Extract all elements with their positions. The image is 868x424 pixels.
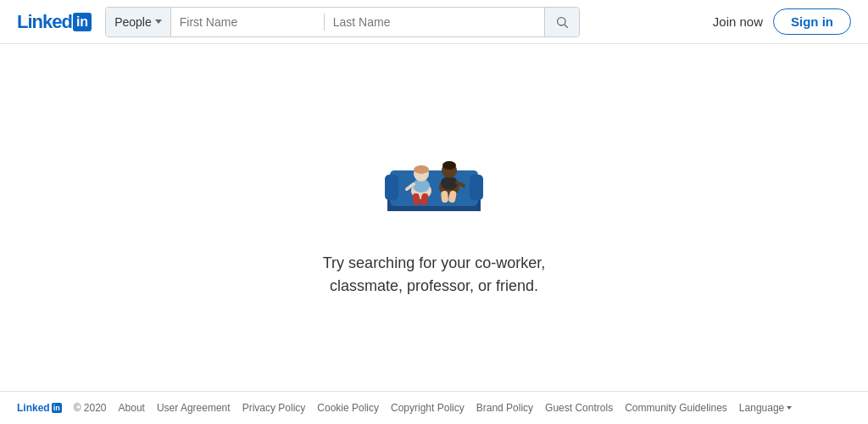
footer: Linkedin © 2020 About User Agreement Pri… [0, 391, 868, 424]
illustration [366, 121, 502, 232]
svg-rect-6 [385, 175, 398, 200]
footer-link-about[interactable]: About [119, 402, 145, 414]
footer-link-user-agreement[interactable]: User Agreement [157, 402, 231, 414]
footer-link-guest-controls[interactable]: Guest Controls [545, 402, 613, 414]
message-text: Try searching for your co-worker, classm… [323, 252, 545, 298]
svg-point-13 [414, 165, 429, 174]
footer-copyright: © 2020 [74, 402, 107, 414]
header: Linkedin People Join now Sign in [0, 0, 868, 44]
footer-link-copyright[interactable]: Copyright Policy [391, 402, 465, 414]
search-category-dropdown[interactable]: People [106, 8, 171, 36]
svg-rect-7 [470, 175, 483, 200]
footer-language-selector[interactable]: Language [739, 402, 792, 414]
footer-link-cookie[interactable]: Cookie Policy [317, 402, 379, 414]
search-icon [555, 15, 569, 29]
chevron-down-icon [155, 20, 162, 24]
join-now-button[interactable]: Join now [713, 14, 763, 29]
main-content: Try searching for your co-worker, classm… [0, 44, 868, 391]
svg-rect-5 [390, 170, 478, 186]
search-category-label: People [114, 15, 152, 29]
logo-text: Linked [17, 11, 72, 33]
svg-rect-22 [366, 211, 502, 232]
footer-logo[interactable]: Linkedin [17, 402, 62, 414]
search-button[interactable] [544, 8, 579, 36]
search-bar: People [105, 7, 580, 37]
svg-point-0 [558, 17, 565, 25]
message-line1: Try searching for your co-worker, [323, 254, 545, 271]
last-name-input[interactable] [325, 8, 544, 36]
footer-link-privacy[interactable]: Privacy Policy [242, 402, 306, 414]
footer-language-label: Language [739, 402, 784, 414]
first-name-input[interactable] [171, 8, 324, 36]
footer-chevron-icon [787, 406, 792, 410]
svg-point-20 [442, 161, 456, 170]
logo-in: in [73, 13, 92, 31]
svg-point-16 [441, 176, 458, 190]
header-actions: Join now Sign in [713, 8, 851, 35]
svg-line-1 [565, 25, 568, 28]
footer-logo-in: in [52, 403, 62, 413]
footer-link-community[interactable]: Community Guidelines [625, 402, 727, 414]
sign-in-button[interactable]: Sign in [773, 8, 851, 35]
linkedin-logo[interactable]: Linkedin [17, 11, 92, 33]
people-illustration [366, 121, 502, 232]
message-line2: classmate, professor, or friend. [330, 277, 538, 294]
footer-logo-text: Linked [17, 402, 50, 414]
footer-link-brand[interactable]: Brand Policy [476, 402, 533, 414]
